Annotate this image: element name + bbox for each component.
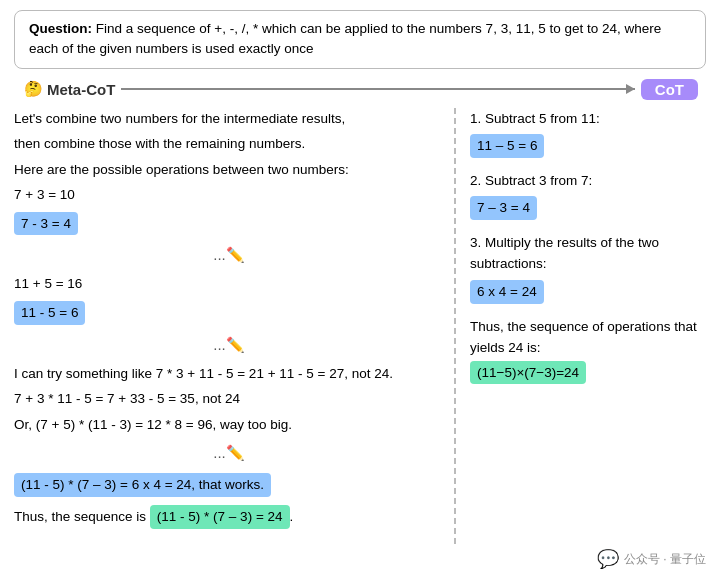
question-box: Question: Find a sequence of +, -, /, * … [14,10,706,69]
left-line-2: then combine those with the remaining nu… [14,133,444,155]
meta-cot-text: Meta-CoT [47,81,115,98]
left-line-conclusion: Thus, the sequence is (11 - 5) * (7 – 3)… [14,503,444,531]
step-1-block: 1. Subtract 5 from 11: 11 – 5 = 6 [470,108,706,160]
right-panel: 1. Subtract 5 from 11: 11 – 5 = 6 2. Sub… [456,108,706,545]
blue-highlight-2: 11 - 5 = 6 [14,301,85,325]
header-row: 🤔 Meta-CoT CoT [14,79,706,100]
step-3-eq: 6 x 4 = 24 [470,278,706,306]
step-1-title: 1. Subtract 5 from 11: [470,108,706,130]
step-2-block: 2. Subtract 3 from 7: 7 – 3 = 4 [470,170,706,222]
left-line-7: 7 + 3 * 11 - 5 = 7 + 33 - 5 = 35, not 24 [14,388,444,410]
green-highlight-final: (11 - 5) * (7 – 3) = 24 [150,505,290,529]
left-line-4: 7 + 3 = 10 [14,184,444,206]
wechat-logo: 💬 公众号 · 量子位 [597,548,706,570]
step-1-highlight: 11 – 5 = 6 [470,134,544,158]
cot-badge: CoT [641,79,698,100]
step-3-highlight: 6 x 4 = 24 [470,280,544,304]
left-line-8: Or, (7 + 5) * (11 - 3) = 12 * 8 = 96, wa… [14,414,444,436]
left-highlight-2: 11 - 5 = 6 [14,299,444,327]
wechat-label: 公众号 · 量子位 [624,551,706,568]
question-label: Question: [29,21,92,36]
left-highlight-final: (11 - 5) * (7 – 3) = 6 x 4 = 24, that wo… [14,471,444,499]
meta-cot-label: 🤔 Meta-CoT [24,80,115,98]
left-line-1: Let's combine two numbers for the interm… [14,108,444,130]
step-2-eq: 7 – 3 = 4 [470,194,706,222]
footer: 💬 公众号 · 量子位 [14,544,706,570]
pen-icon-1: ...✏️ [14,243,444,267]
wechat-icon: 💬 [597,548,619,570]
conclusion-text: Thus, the sequence of operations that yi… [470,316,706,359]
pen-icon-2: ...✏️ [14,333,444,357]
conclusion-block: Thus, the sequence of operations that yi… [470,316,706,387]
left-line-5: 11 + 5 = 16 [14,273,444,295]
left-line-6: I can try something like 7 * 3 + 11 - 5 … [14,363,444,385]
step-3-block: 3. Multiply the results of the two subtr… [470,232,706,306]
step-1-eq: 11 – 5 = 6 [470,132,706,160]
conclusion-highlight: (11−5)×(7−3)=24 [470,361,586,385]
conclusion-eq: (11−5)×(7−3)=24 [470,359,706,387]
content-area: Let's combine two numbers for the interm… [14,108,706,545]
pen-icon-3: ...✏️ [14,441,444,465]
step-3-title: 3. Multiply the results of the two subtr… [470,232,706,275]
left-panel: Let's combine two numbers for the interm… [14,108,456,545]
question-text: Find a sequence of +, -, /, * which can … [29,21,661,56]
left-highlight-1: 7 - 3 = 4 [14,210,444,238]
step-2-title: 2. Subtract 3 from 7: [470,170,706,192]
blue-highlight-1: 7 - 3 = 4 [14,212,78,236]
left-line-3: Here are the possible operations between… [14,159,444,181]
thinking-emoji: 🤔 [24,80,43,98]
arrow-line [121,88,635,90]
step-2-highlight: 7 – 3 = 4 [470,196,537,220]
blue-highlight-final: (11 - 5) * (7 – 3) = 6 x 4 = 24, that wo… [14,473,271,497]
